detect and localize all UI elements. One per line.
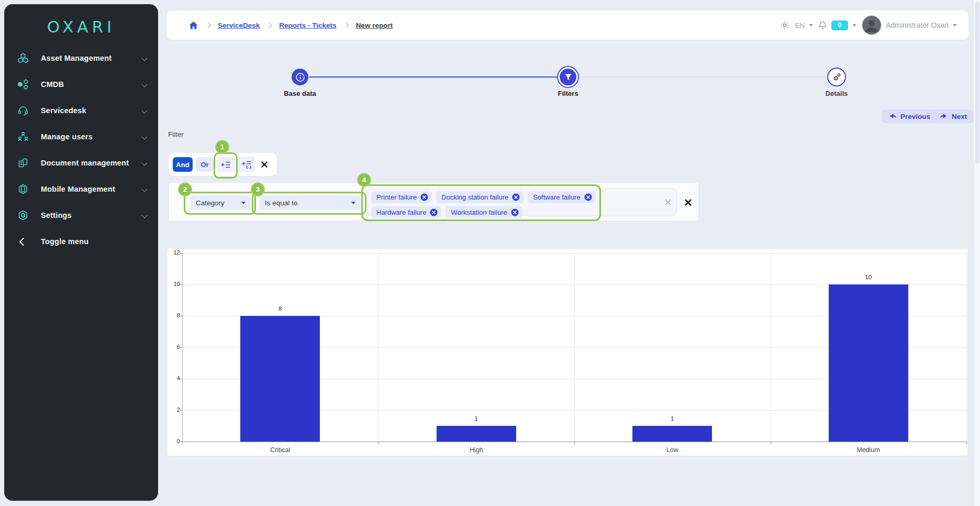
sidebar-item-cmdb[interactable]: CMDB	[4, 71, 158, 97]
close-icon	[684, 199, 692, 206]
stepper-step-base-data[interactable]	[292, 69, 308, 85]
sidebar-item-settings[interactable]: Settings	[4, 202, 158, 228]
breadcrumb-bar: ServiceDesk Reports - Tickets New report…	[166, 10, 968, 40]
sidebar-toggle-menu[interactable]: Toggle menu	[4, 228, 158, 255]
and-button[interactable]: And	[173, 157, 193, 172]
sidebar-item-label: Mobile Management	[41, 185, 142, 193]
bar	[829, 284, 908, 442]
remove-chip-icon[interactable]	[511, 208, 519, 216]
value-chip: Docking station failure	[436, 191, 524, 203]
values-multiselect-input[interactable]: Printer failure Docking station failure …	[367, 188, 677, 216]
add-group-button[interactable]	[238, 157, 255, 172]
field-select[interactable]: Category	[191, 195, 251, 210]
chip-label: Workstation failure	[451, 208, 507, 216]
language-label: EN	[795, 21, 805, 29]
previous-button[interactable]: Previous	[882, 109, 937, 123]
stepper-connector-done	[309, 76, 557, 78]
chevron-down-icon	[141, 55, 147, 61]
sidebar-item-label: Servicedesk	[41, 106, 142, 115]
breadcrumb: ServiceDesk Reports - Tickets New report	[188, 21, 393, 30]
previous-label: Previous	[900, 113, 930, 120]
y-tick-label: 6	[169, 344, 180, 350]
x-category-label: Medium	[827, 446, 910, 454]
sidebar-item-label: Manage users	[41, 133, 142, 141]
x-category-label: High	[435, 446, 518, 454]
cmdb-nodes-icon	[17, 79, 29, 90]
stepper-step-filters[interactable]	[557, 66, 579, 88]
headset-icon	[17, 105, 29, 116]
documents-icon	[17, 157, 29, 169]
y-tick-label: 0	[169, 438, 180, 444]
sidebar-item-servicedesk[interactable]: Servicedesk	[4, 97, 158, 124]
value-chip: Software failure	[528, 191, 595, 203]
y-axis-line	[182, 253, 183, 442]
scrollbar-track	[974, 0, 980, 506]
chevron-down-icon	[141, 212, 147, 218]
operator-select-value: Is equal to	[265, 199, 297, 207]
bar-value-label: 8	[264, 305, 296, 312]
chevron-down-icon	[953, 24, 957, 27]
sidebar-item-mobile-management[interactable]: Mobile Management	[4, 176, 158, 202]
toggle-menu-label: Toggle menu	[41, 237, 150, 246]
value-chip: Printer failure	[371, 191, 432, 203]
filter-logic-toolbar: And Or	[169, 153, 277, 176]
settings-gear-icon[interactable]	[780, 20, 789, 30]
home-icon[interactable]	[188, 21, 198, 30]
avatar	[862, 15, 882, 35]
y-tick-label: 8	[169, 312, 180, 318]
funnel-icon	[564, 73, 573, 81]
remove-condition-button[interactable]	[682, 196, 694, 208]
next-button[interactable]: Next	[933, 109, 973, 123]
y-tick-label: 4	[169, 375, 180, 381]
breadcrumb-link-servicedesk[interactable]: ServiceDesk	[218, 21, 260, 29]
breadcrumb-separator-icon	[343, 23, 349, 28]
hexagon-cluster-icon	[17, 52, 29, 64]
user-name: Administrator Oxari	[886, 21, 949, 29]
y-tick-label: 2	[169, 406, 180, 413]
value-chip: Workstation failure	[446, 206, 522, 218]
chevron-down-icon	[141, 81, 147, 87]
y-tick-label: 10	[169, 281, 180, 287]
annotation-badge-2: 2	[178, 182, 192, 196]
remove-chip-icon[interactable]	[430, 208, 438, 216]
gear-hexagon-icon	[17, 210, 29, 221]
arrow-left-icon	[888, 113, 897, 120]
annotation-badge-1: 1	[215, 140, 229, 154]
stepper-step-details[interactable]	[827, 68, 846, 86]
remove-chip-icon[interactable]	[512, 193, 520, 201]
close-icon	[261, 161, 268, 168]
y-tick-label: 12	[169, 249, 180, 256]
notification-count-badge: 0	[831, 20, 848, 30]
gridline	[378, 253, 379, 442]
gridline	[966, 253, 967, 442]
breadcrumb-separator-icon	[267, 23, 272, 28]
chip-label: Software failure	[533, 193, 580, 201]
remove-chip-icon[interactable]	[420, 193, 428, 201]
scrollbar-thumb[interactable]	[975, 2, 979, 164]
clear-values-icon[interactable]	[664, 199, 672, 206]
user-menu[interactable]: Administrator Oxari	[862, 15, 957, 35]
bar-value-label: 1	[461, 415, 492, 422]
remove-group-button[interactable]	[259, 159, 270, 170]
sidebar-item-asset-management[interactable]: Asset Management	[4, 45, 158, 71]
x-category-label: Critical	[238, 446, 322, 454]
field-select-value: Category	[196, 199, 225, 207]
stepper-label-base-data: Base data	[263, 90, 337, 97]
logo: OXARI	[4, 16, 158, 38]
remove-chip-icon[interactable]	[584, 193, 592, 201]
add-group-icon	[242, 160, 252, 169]
or-button[interactable]: Or	[196, 157, 214, 172]
sidebar-item-manage-users[interactable]: Manage users	[4, 124, 158, 150]
sidebar-item-label: Settings	[41, 211, 142, 219]
language-dropdown[interactable]: EN	[795, 21, 813, 29]
add-condition-button[interactable]	[217, 157, 235, 172]
operator-select[interactable]: Is equal to	[260, 195, 361, 210]
gridline	[574, 253, 575, 442]
sidebar-item-document-management[interactable]: Document management	[4, 150, 158, 176]
notifications-dropdown[interactable]: 0	[818, 20, 856, 30]
chevron-down-icon	[141, 160, 147, 166]
stepper-label-details: Details	[800, 90, 873, 97]
next-label: Next	[952, 113, 967, 120]
breadcrumb-link-reports-tickets[interactable]: Reports - Tickets	[279, 21, 336, 29]
bar	[240, 316, 320, 442]
